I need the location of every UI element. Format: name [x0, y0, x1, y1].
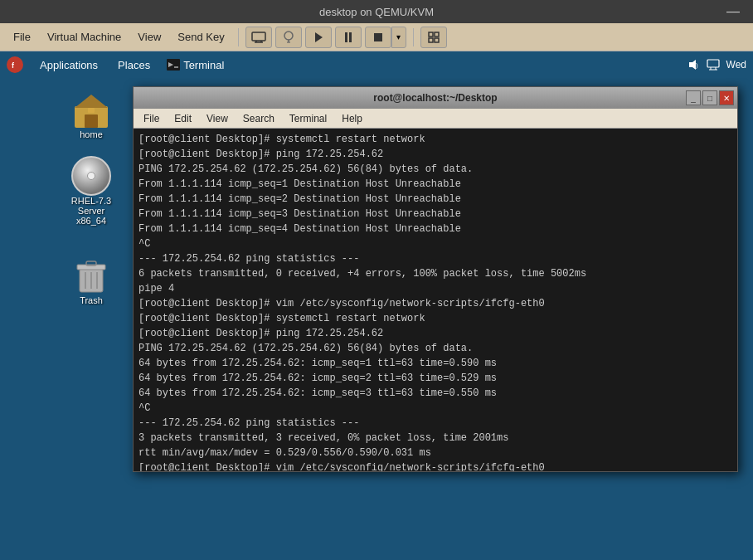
- toolbar-monitor-btn[interactable]: [245, 27, 272, 48]
- terminal-line: PING 172.25.254.62 (172.25.254.62) 56(84…: [138, 341, 732, 356]
- rhel-icon-label: RHEL-7.3 Server x86_64: [61, 196, 121, 226]
- terminal-line: 64 bytes from 172.25.254.62: icmp_seq=1 …: [138, 356, 732, 371]
- svg-rect-10: [374, 33, 382, 41]
- dvd-icon: [71, 156, 111, 196]
- home-icon: [71, 90, 111, 129]
- desktop-icon-trash[interactable]: Trash: [58, 252, 124, 309]
- appbar-places[interactable]: Places: [114, 57, 153, 73]
- trash-icon: [71, 256, 111, 295]
- terminal-line: ^C: [138, 236, 732, 251]
- appbar-applications[interactable]: Applications: [36, 57, 101, 73]
- svg-rect-9: [349, 32, 352, 42]
- desktop: home RHEL-7.3 Server x86_64 Trash root@l…: [0, 78, 753, 560]
- svg-rect-11: [429, 32, 433, 37]
- toolbar-stop-btn[interactable]: [365, 27, 391, 48]
- rhel-logo: f: [7, 56, 23, 73]
- toolbar-separator-2: [413, 28, 414, 46]
- terminal-line: From 1.1.1.114 icmp_seq=3 Destination Ho…: [138, 207, 732, 222]
- trash-icon-label: Trash: [80, 295, 103, 305]
- terminal-icon: [167, 59, 180, 71]
- terminal-menubar: File Edit View Search Terminal Help: [134, 109, 737, 129]
- terminal-window-controls: _ □ ✕: [686, 90, 734, 105]
- terminal-line: [root@client Desktop]# ping 172.25.254.6…: [138, 147, 732, 162]
- terminal-line: pipe 4: [138, 281, 732, 296]
- terminal-title: root@localhost:~/Desktop: [373, 92, 497, 104]
- toolbar-dropdown-btn[interactable]: ▾: [391, 27, 406, 48]
- terminal-line: 6 packets transmitted, 0 received, +4 er…: [138, 266, 732, 281]
- menu-bar: File Virtual Machine View Send Key: [0, 23, 753, 51]
- menu-send-key[interactable]: Send Key: [171, 27, 231, 46]
- svg-rect-28: [85, 114, 98, 128]
- terminal-minimize-btn[interactable]: _: [686, 90, 701, 105]
- terminal-line: [root@client Desktop]# systemctl restart…: [138, 311, 732, 326]
- terminal-titlebar: root@localhost:~/Desktop _ □ ✕: [134, 87, 737, 109]
- terminal-window: root@localhost:~/Desktop _ □ ✕ File Edit…: [133, 86, 738, 472]
- svg-rect-8: [345, 32, 347, 42]
- term-menu-terminal[interactable]: Terminal: [283, 111, 333, 126]
- terminal-maximize-btn[interactable]: □: [702, 90, 717, 105]
- terminal-line: rtt min/avg/max/mdev = 0.529/0.556/0.590…: [138, 446, 732, 460]
- term-menu-search[interactable]: Search: [236, 111, 281, 126]
- menu-virtual-machine[interactable]: Virtual Machine: [41, 27, 128, 46]
- svg-marker-20: [689, 60, 696, 70]
- svg-marker-27: [75, 95, 108, 108]
- title-bar-text: desktop on QEMU/KVM: [319, 6, 434, 18]
- desktop-icon-home[interactable]: home: [58, 86, 124, 143]
- toolbar-play-btn[interactable]: [305, 27, 332, 48]
- terminal-line: 64 bytes from 172.25.254.62: icmp_seq=3 …: [138, 386, 732, 401]
- toolbar-lightbulb-btn[interactable]: [275, 27, 302, 48]
- svg-rect-22: [707, 60, 719, 67]
- stop-icon: [372, 32, 384, 43]
- terminal-line: --- 172.25.254.62 ping statistics ---: [138, 416, 732, 431]
- terminal-close-btn[interactable]: ✕: [719, 90, 734, 105]
- terminal-line: From 1.1.1.114 icmp_seq=1 Destination Ho…: [138, 177, 732, 192]
- appbar-terminal-label: Terminal: [183, 59, 224, 71]
- sound-icon[interactable]: ): [687, 58, 700, 71]
- svg-rect-14: [435, 32, 439, 37]
- terminal-line: [root@client Desktop]# vim /etc/sysconfi…: [138, 460, 732, 471]
- fullscreen-icon: [427, 31, 440, 44]
- menu-view[interactable]: View: [131, 27, 168, 46]
- clock: Wed: [726, 59, 746, 71]
- app-bar-right: ) Wed: [687, 58, 746, 71]
- fedora-icon: f: [8, 58, 22, 71]
- terminal-line: [root@client Desktop]# ping 172.25.254.6…: [138, 326, 732, 341]
- term-menu-file[interactable]: File: [137, 111, 166, 126]
- svg-rect-12: [435, 38, 439, 42]
- toolbar-fullscreen-btn[interactable]: [420, 27, 447, 48]
- toolbar-pause-btn[interactable]: [335, 27, 362, 48]
- pause-icon: [343, 32, 353, 43]
- term-menu-view[interactable]: View: [200, 111, 235, 126]
- svg-text:): ): [696, 61, 698, 69]
- app-bar: f Applications Places Terminal ) Wed: [0, 51, 753, 78]
- home-icon-label: home: [80, 129, 103, 139]
- menu-file[interactable]: File: [7, 27, 37, 46]
- desktop-icon-rhel[interactable]: RHEL-7.3 Server x86_64: [58, 153, 124, 229]
- title-bar: desktop on QEMU/KVM —: [0, 0, 753, 23]
- terminal-line: ^C: [138, 401, 732, 416]
- svg-rect-0: [252, 32, 265, 41]
- svg-rect-13: [429, 38, 433, 42]
- terminal-line: [root@client Desktop]# systemctl restart…: [138, 132, 732, 147]
- toolbar-separator-1: [238, 28, 239, 46]
- minimize-button[interactable]: —: [726, 4, 740, 19]
- svg-rect-32: [86, 261, 96, 265]
- terminal-body[interactable]: [root@client Desktop]# systemctl restart…: [134, 129, 737, 471]
- lightbulb-icon: [283, 30, 294, 45]
- terminal-line: PING 172.25.254.62 (172.25.254.62) 56(84…: [138, 162, 732, 177]
- term-menu-edit[interactable]: Edit: [168, 111, 198, 126]
- dvd-center: [87, 172, 95, 180]
- svg-marker-7: [315, 32, 323, 42]
- svg-rect-29: [88, 108, 95, 113]
- terminal-line: 3 packets transmitted, 3 received, 0% pa…: [138, 431, 732, 446]
- monitor-icon: [251, 32, 266, 43]
- display-icon[interactable]: [707, 59, 720, 71]
- terminal-line: [root@client Desktop]# vim /etc/sysconfi…: [138, 296, 732, 311]
- svg-point-4: [284, 32, 293, 40]
- terminal-line: --- 172.25.254.62 ping statistics ---: [138, 251, 732, 266]
- appbar-terminal-item[interactable]: Terminal: [167, 59, 224, 71]
- terminal-line: From 1.1.1.114 icmp_seq=2 Destination Ho…: [138, 192, 732, 207]
- play-icon: [313, 32, 323, 43]
- terminal-line: From 1.1.1.114 icmp_seq=4 Destination Ho…: [138, 222, 732, 236]
- term-menu-help[interactable]: Help: [335, 111, 369, 126]
